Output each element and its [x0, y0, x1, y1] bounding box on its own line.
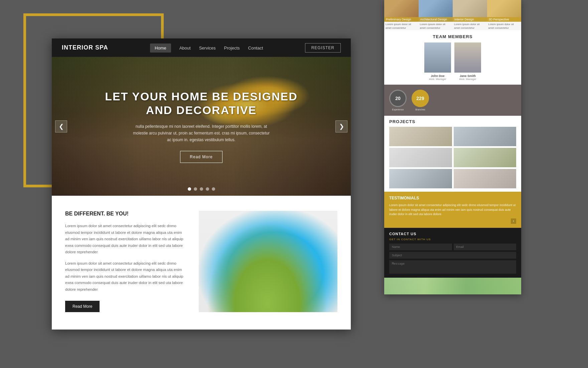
side-panel: Preliminary Design Lorem ipsum dolor sit…	[384, 0, 521, 294]
hero-dot-1[interactable]	[188, 187, 191, 191]
hero-subtitle: nulla pellentesque mi non laoreet eleife…	[131, 123, 272, 144]
member-title-2: Asst. Manager	[454, 78, 481, 81]
image-label-1: Preliminary Design	[384, 17, 419, 22]
team-member-1: John Doe Asst. Manager	[424, 42, 451, 81]
map-section	[384, 278, 521, 295]
testimonials-title: TESTIMONIALS	[389, 196, 516, 200]
map-visualization	[384, 278, 521, 295]
nav-item-home[interactable]: Home	[150, 45, 171, 51]
top-image-2: Architectural Design Lorem ipsum dolor s…	[419, 0, 453, 30]
contact-subject-input[interactable]	[389, 252, 516, 259]
project-item-4[interactable]	[454, 148, 517, 167]
member-avatar-1	[424, 42, 451, 73]
stat-branches: 229 Branches	[412, 90, 429, 111]
main-website: INTERIOR SPA Home About Services Project…	[52, 38, 351, 330]
hero-pagination	[188, 187, 215, 191]
hero-title: LET YOUR HOME BE DESIGNEDAND DECORATIVE	[105, 90, 297, 117]
nav-item-projects[interactable]: Projects	[224, 45, 240, 51]
contact-email-input[interactable]	[454, 244, 517, 250]
projects-section: PROJECTS	[384, 116, 521, 192]
testimonial-nav: ›	[389, 218, 516, 224]
member-name-2: Jane Smith	[454, 74, 481, 78]
contact-message-input[interactable]	[389, 260, 516, 274]
team-title: TEAM MEMBERS	[389, 34, 516, 39]
team-members-list: John Doe Asst. Manager Jane Smith Asst. …	[389, 42, 516, 81]
nav-item-about[interactable]: About	[179, 45, 191, 51]
nav-link-services[interactable]: Services	[199, 45, 216, 51]
register-button[interactable]: REGISTER	[305, 43, 341, 53]
top-image-4: 3D Perspective Lorem ipsum dolor sit ame…	[487, 0, 522, 30]
testimonial-text: Lorem ipsum dolor sit amet consectetur a…	[389, 203, 516, 217]
nav-link-home[interactable]: Home	[150, 43, 171, 53]
top-image-1: Preliminary Design Lorem ipsum dolor sit…	[384, 0, 419, 30]
image-text-2: Lorem ipsum dolor sit amet consectetur	[419, 22, 453, 30]
image-text-3: Lorem ipsum dolor sit amet consectetur	[453, 22, 487, 30]
top-images-row: Preliminary Design Lorem ipsum dolor sit…	[384, 0, 521, 30]
testimonials-section: TESTIMONIALS Lorem ipsum dolor sit amet …	[384, 192, 521, 228]
brand-logo: INTERIOR SPA	[62, 44, 108, 51]
contact-subtitle: GET IN CONTACT WITH US	[389, 238, 516, 241]
team-section: TEAM MEMBERS John Doe Asst. Manager Jane…	[384, 30, 521, 85]
contact-name-input[interactable]	[389, 244, 452, 250]
stat-label-branches: Branches	[415, 108, 425, 111]
project-item-6[interactable]	[454, 169, 517, 188]
image-text-1: Lorem ipsum dolor sit amet consectetur	[384, 22, 419, 30]
content-text-2: Lorem ipsum dolor sit amet consectetur a…	[65, 260, 185, 293]
content-right-column	[199, 211, 337, 312]
content-left-column: BE DIFFERENT. BE YOU! Lorem ipsum dolor …	[65, 211, 185, 312]
nav-link-about[interactable]: About	[179, 45, 191, 51]
stat-experience: 20 Experience	[389, 90, 407, 111]
chair-image	[199, 211, 337, 312]
image-label-3: Interior Design	[453, 17, 487, 22]
contact-section: CONTACT US GET IN CONTACT WITH US	[384, 228, 521, 278]
hero-cta-button[interactable]: Read More	[180, 151, 222, 163]
content-text-1: Lorem ipsum dolor sit amet consectetur a…	[65, 223, 185, 256]
nav-item-contact[interactable]: Contact	[248, 45, 263, 51]
projects-grid	[389, 127, 516, 188]
navbar: INTERIOR SPA Home About Services Project…	[52, 38, 351, 57]
content-read-more-button[interactable]: Read More	[65, 301, 100, 312]
content-heading: BE DIFFERENT. BE YOU!	[65, 211, 185, 217]
content-section: BE DIFFERENT. BE YOU! Lorem ipsum dolor …	[52, 196, 351, 322]
hero-prev-button[interactable]: ❮	[55, 120, 67, 132]
hero-dot-2[interactable]	[194, 187, 197, 191]
contact-form	[389, 244, 516, 274]
contact-name-email-row	[389, 244, 516, 250]
hero-dot-5[interactable]	[212, 187, 215, 191]
stat-circle-experience: 20	[389, 90, 407, 107]
projects-title: PROJECTS	[389, 119, 516, 124]
hero-content: LET YOUR HOME BE DESIGNEDAND DECORATIVE …	[78, 90, 324, 163]
stat-number-experience: 20	[395, 96, 401, 101]
hero-next-button[interactable]: ❯	[335, 120, 347, 132]
testimonial-arrow[interactable]: ›	[511, 218, 516, 224]
team-member-2: Jane Smith Asst. Manager	[454, 42, 481, 81]
nav-menu: Home About Services Projects Contact	[150, 45, 263, 51]
project-item-5[interactable]	[389, 169, 452, 188]
top-image-3: Interior Design Lorem ipsum dolor sit am…	[453, 0, 487, 30]
image-label-2: Architectural Design	[419, 17, 453, 22]
member-name-1: John Doe	[424, 74, 451, 78]
image-label-4: 3D Perspective	[487, 17, 522, 22]
stat-circle-branches: 229	[412, 90, 429, 107]
member-avatar-2	[454, 42, 481, 73]
project-item-2[interactable]	[454, 127, 517, 146]
member-title-1: Asst. Manager	[424, 78, 451, 81]
hero-section: ❮ LET YOUR HOME BE DESIGNEDAND DECORATIV…	[52, 57, 351, 196]
stats-section: 20 Experience 229 Branches	[384, 85, 521, 116]
stat-number-branches: 229	[416, 96, 424, 101]
project-item-1[interactable]	[389, 127, 452, 146]
nav-item-services[interactable]: Services	[199, 45, 216, 51]
project-item-3[interactable]	[389, 148, 452, 167]
nav-link-projects[interactable]: Projects	[224, 45, 240, 51]
nav-link-contact[interactable]: Contact	[248, 45, 263, 51]
contact-title: CONTACT US	[389, 232, 516, 236]
hero-dot-4[interactable]	[206, 187, 209, 191]
image-text-4: Lorem ipsum dolor sit amet consectetur	[487, 22, 522, 30]
stat-label-experience: Experience	[392, 108, 404, 111]
hero-dot-3[interactable]	[200, 187, 203, 191]
